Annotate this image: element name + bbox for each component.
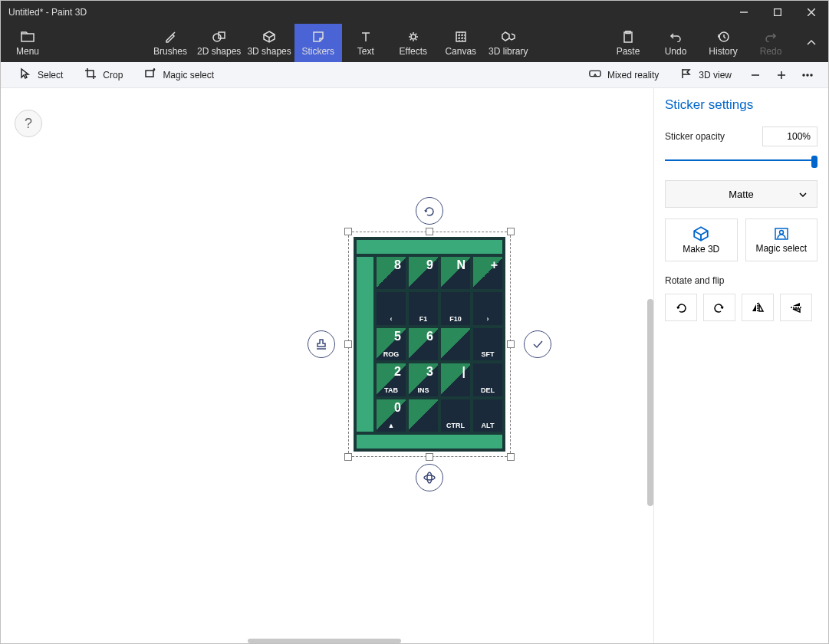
library-icon xyxy=(502,29,515,44)
magic-select-tool[interactable]: Magic select xyxy=(133,62,225,88)
rotate-3d-handle[interactable] xyxy=(416,464,443,491)
resize-handle-bl[interactable] xyxy=(344,453,352,461)
svg-rect-4 xyxy=(21,34,34,41)
maximize-button[interactable] xyxy=(761,1,794,24)
rotate-flip-label: Rotate and flip xyxy=(665,275,817,286)
resize-handle-tl[interactable] xyxy=(344,228,352,235)
tab-3d-shapes[interactable]: 3D shapes xyxy=(244,24,294,62)
commit-button[interactable] xyxy=(524,330,551,358)
svg-point-18 xyxy=(807,74,808,76)
opacity-label: Sticker opacity xyxy=(665,131,725,142)
history-button[interactable]: History xyxy=(699,24,747,62)
more-options-button[interactable] xyxy=(794,62,821,88)
brush-icon xyxy=(164,29,176,44)
shapes-2d-icon xyxy=(212,29,226,44)
redo-button[interactable]: Redo xyxy=(747,24,794,62)
flip-horizontal-button[interactable] xyxy=(742,294,774,321)
headset-icon xyxy=(589,67,601,82)
window-title: Untitled* - Paint 3D xyxy=(8,7,87,18)
undo-button[interactable]: Undo xyxy=(652,24,699,62)
secondary-toolbar: Select Crop Magic select Mixed reality 3… xyxy=(1,62,828,88)
person-frame-icon xyxy=(774,227,789,241)
rotate-cw-button[interactable] xyxy=(703,294,735,321)
finish-dropdown[interactable]: Matte xyxy=(665,180,817,208)
resize-handle-br[interactable] xyxy=(507,453,515,461)
svg-point-24 xyxy=(779,230,783,234)
undo-icon xyxy=(669,29,682,44)
selection-border xyxy=(348,232,511,457)
zoom-in-button[interactable] xyxy=(768,62,794,88)
tab-stickers[interactable]: Stickers xyxy=(294,24,342,62)
side-panel: Sticker settings Sticker opacity Matte M… xyxy=(653,88,828,643)
svg-rect-8 xyxy=(456,32,465,41)
svg-rect-12 xyxy=(146,71,153,77)
make-3d-button[interactable]: Make 3D xyxy=(665,219,738,261)
tab-3d-library[interactable]: 3D library xyxy=(485,24,532,62)
3d-view-button[interactable]: 3D view xyxy=(669,62,742,88)
svg-point-21 xyxy=(424,475,435,480)
canvas-area[interactable]: ? 8 9 N + ‹ F1 F10 › 5ROG 6 SFT xyxy=(1,88,653,643)
close-button[interactable] xyxy=(794,1,828,24)
magic-select-button[interactable]: Magic select xyxy=(745,219,818,261)
collapse-ribbon-button[interactable] xyxy=(794,24,828,62)
canvas-icon xyxy=(455,29,467,44)
tab-canvas[interactable]: Canvas xyxy=(437,24,485,62)
stamp-button[interactable] xyxy=(308,330,335,358)
zoom-out-button[interactable] xyxy=(742,62,768,88)
flip-vertical-button[interactable] xyxy=(780,294,812,321)
svg-point-17 xyxy=(803,74,804,76)
pointer-icon xyxy=(19,67,31,82)
chevron-down-icon xyxy=(798,189,808,200)
panel-title: Sticker settings xyxy=(665,97,817,113)
select-tool[interactable]: Select xyxy=(8,62,74,88)
svg-rect-1 xyxy=(775,9,781,16)
opacity-input[interactable] xyxy=(762,127,817,146)
crop-icon xyxy=(84,67,97,82)
svg-point-19 xyxy=(811,74,812,76)
ribbon: Menu Brushes 2D shapes 3D shapes Sticker… xyxy=(1,24,828,62)
cube-icon xyxy=(693,226,709,242)
flag-icon xyxy=(680,67,692,82)
opacity-slider[interactable] xyxy=(665,151,817,169)
vertical-scrollbar[interactable] xyxy=(647,299,653,506)
paste-button[interactable]: Paste xyxy=(604,24,652,62)
tab-text[interactable]: Text xyxy=(342,24,390,62)
horizontal-scrollbar[interactable] xyxy=(248,639,401,643)
svg-point-22 xyxy=(427,472,432,483)
magic-select-icon xyxy=(144,67,156,82)
resize-handle-t[interactable] xyxy=(426,228,433,235)
tab-brushes[interactable]: Brushes xyxy=(146,24,194,62)
folder-icon xyxy=(21,29,35,44)
sticker-selection[interactable]: 8 9 N + ‹ F1 F10 › 5ROG 6 SFT 2TAB 3INS … xyxy=(354,237,505,452)
sticker-icon xyxy=(312,29,324,44)
text-icon xyxy=(360,29,371,44)
resize-handle-r[interactable] xyxy=(507,340,515,348)
help-button[interactable]: ? xyxy=(15,110,42,137)
rotate-z-handle[interactable] xyxy=(416,197,443,225)
tab-2d-shapes[interactable]: 2D shapes xyxy=(194,24,244,62)
svg-point-5 xyxy=(213,34,221,41)
history-icon xyxy=(717,29,729,44)
tab-effects[interactable]: Effects xyxy=(390,24,437,62)
menu-label: Menu xyxy=(16,46,39,57)
cube-icon xyxy=(263,29,275,44)
crop-tool[interactable]: Crop xyxy=(74,62,133,88)
menu-button[interactable]: Menu xyxy=(1,24,54,62)
mixed-reality-button[interactable]: Mixed reality xyxy=(578,62,669,88)
svg-point-7 xyxy=(411,34,416,39)
rotate-ccw-button[interactable] xyxy=(665,294,697,321)
paste-icon xyxy=(623,29,633,44)
effects-icon xyxy=(407,29,419,44)
resize-handle-tr[interactable] xyxy=(507,228,515,235)
resize-handle-b[interactable] xyxy=(426,453,433,461)
titlebar: Untitled* - Paint 3D xyxy=(1,1,828,24)
minimize-button[interactable] xyxy=(727,1,761,24)
redo-icon xyxy=(765,29,777,44)
resize-handle-l[interactable] xyxy=(344,340,352,348)
